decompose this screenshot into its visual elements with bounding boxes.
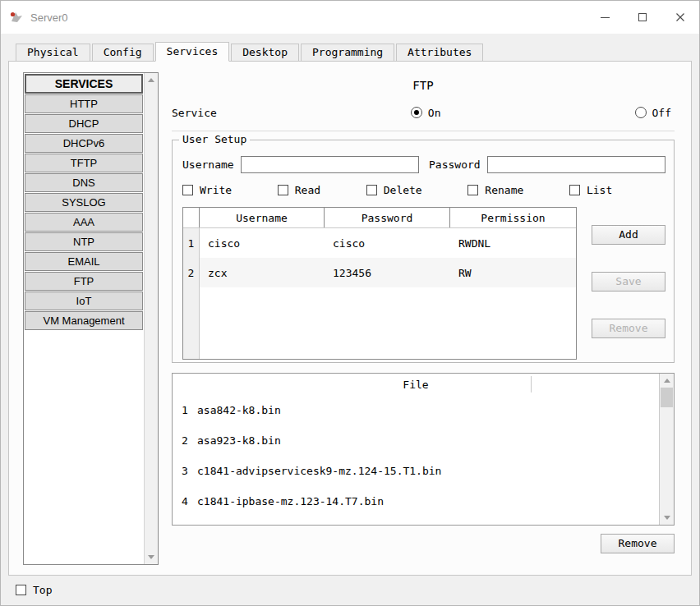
credentials-row: Username Password xyxy=(182,155,665,173)
sidebar-item-email[interactable]: EMAIL xyxy=(25,252,143,271)
top-checkbox[interactable] xyxy=(16,585,26,595)
username-input[interactable] xyxy=(241,156,419,173)
cell-password: 123456 xyxy=(325,258,450,287)
cell-password: cisco xyxy=(325,228,450,258)
username-column-header: Username xyxy=(200,208,325,227)
service-on-option[interactable]: On xyxy=(411,107,441,119)
rename-checkbox[interactable] xyxy=(467,185,478,195)
service-label: Service xyxy=(172,107,217,119)
sidebar-item-ntp[interactable]: NTP xyxy=(25,232,143,251)
username-label: Username xyxy=(182,158,234,171)
header-divider xyxy=(531,376,532,393)
perm-write[interactable]: Write xyxy=(182,184,232,196)
file-table-row[interactable]: 3 c1841-advipservicesk9-mz.124-15.T1.bin xyxy=(173,456,659,486)
file-row-number: 2 xyxy=(173,434,197,447)
file-table-scrollbar[interactable] xyxy=(659,374,674,525)
sidebar-item-aaa[interactable]: AAA xyxy=(25,213,143,232)
service-toggle-row: Service On Off xyxy=(172,104,675,121)
perm-rename[interactable]: Rename xyxy=(467,184,523,196)
minimize-button[interactable] xyxy=(586,1,624,34)
file-name: c1841-ipbase-mz.123-14.T7.bin xyxy=(197,495,384,507)
read-label: Read xyxy=(295,184,320,196)
file-table-row[interactable]: 1 asa842-k8.bin xyxy=(173,395,659,425)
list-label: List xyxy=(587,184,612,196)
separator xyxy=(172,131,675,131)
list-checkbox[interactable] xyxy=(569,185,580,195)
sidebar-item-tftp[interactable]: TFTP xyxy=(25,154,143,172)
sidebar-scrollbar[interactable] xyxy=(144,73,158,564)
row-number: 2 xyxy=(183,258,200,287)
scrollbar-thumb[interactable] xyxy=(661,388,673,407)
window-controls xyxy=(586,1,699,34)
user-table: Username Password Permission 1 cisco cis… xyxy=(182,207,577,360)
sidebar-item-syslog[interactable]: SYSLOG xyxy=(25,193,143,212)
service-off-option[interactable]: Off xyxy=(635,107,671,119)
scroll-up-icon[interactable] xyxy=(664,379,670,383)
radio-off-icon[interactable] xyxy=(635,107,647,118)
password-input[interactable] xyxy=(487,156,665,173)
perm-list[interactable]: List xyxy=(569,184,612,196)
file-table-row[interactable]: 2 asa923-k8.bin xyxy=(173,425,659,456)
tab-programming[interactable]: Programming xyxy=(301,44,394,61)
row-number-gutter xyxy=(183,287,200,359)
scroll-down-icon[interactable] xyxy=(664,516,670,520)
sidebar-item-dns[interactable]: DNS xyxy=(25,173,143,192)
sidebar-item-iot[interactable]: IoT xyxy=(25,292,143,310)
file-table-row[interactable]: 4 c1841-ipbase-mz.123-14.T7.bin xyxy=(173,486,659,516)
user-table-row[interactable]: 2 zcx 123456 RW xyxy=(183,258,576,287)
remove-file-button[interactable]: Remove xyxy=(601,534,675,553)
add-button[interactable]: Add xyxy=(592,225,665,245)
title-bar: Server0 xyxy=(1,1,699,34)
sidebar-item-vm-management[interactable]: VM Management xyxy=(25,311,143,330)
scroll-up-icon[interactable] xyxy=(148,78,154,82)
row-number-header xyxy=(183,208,200,227)
file-row-number: 4 xyxy=(173,495,197,507)
permission-column-header: Permission xyxy=(450,208,576,227)
save-button[interactable]: Save xyxy=(592,272,665,292)
permissions-row: Write Read Delete Rename List xyxy=(182,184,612,196)
cell-permission: RW xyxy=(450,258,576,287)
maximize-icon xyxy=(638,13,647,21)
file-name: asa923-k8.bin xyxy=(197,434,281,447)
ftp-config-area: FTP Service On Off User Setup Username P… xyxy=(172,62,675,575)
user-table-row[interactable]: 1 cisco cisco RWDNL xyxy=(183,228,576,258)
remove-user-button[interactable]: Remove xyxy=(592,319,665,338)
minimize-icon xyxy=(601,17,610,18)
tab-config[interactable]: Config xyxy=(92,44,154,61)
delete-checkbox[interactable] xyxy=(366,185,377,195)
packet-tracer-icon xyxy=(9,11,24,24)
tab-desktop[interactable]: Desktop xyxy=(231,44,299,61)
file-row-number: 1 xyxy=(173,404,197,416)
services-sidebar: SERVICES HTTP DHCP DHCPv6 TFTP DNS SYSLO… xyxy=(23,72,159,565)
top-checkbox-label: Top xyxy=(33,584,52,596)
services-panel: SERVICES HTTP DHCP DHCPv6 TFTP DNS SYSLO… xyxy=(8,61,692,576)
user-setup-legend: User Setup xyxy=(179,133,250,145)
tab-physical[interactable]: Physical xyxy=(16,44,90,61)
file-name: asa842-k8.bin xyxy=(197,404,281,416)
sidebar-item-dhcp[interactable]: DHCP xyxy=(25,114,143,133)
service-off-label: Off xyxy=(652,107,671,119)
perm-delete[interactable]: Delete xyxy=(366,184,422,196)
radio-on-icon[interactable] xyxy=(411,107,422,118)
sidebar-item-dhcpv6[interactable]: DHCPv6 xyxy=(25,134,143,153)
close-button[interactable] xyxy=(661,1,699,34)
services-list-header: SERVICES xyxy=(25,74,143,94)
cell-permission: RWDNL xyxy=(450,228,576,258)
write-checkbox[interactable] xyxy=(182,185,193,195)
cell-username: cisco xyxy=(200,228,325,258)
sidebar-item-http[interactable]: HTTP xyxy=(25,94,143,113)
read-checkbox[interactable] xyxy=(278,185,288,195)
maximize-button[interactable] xyxy=(624,1,661,34)
perm-read[interactable]: Read xyxy=(278,184,320,196)
scroll-down-icon[interactable] xyxy=(148,555,154,559)
sidebar-item-ftp[interactable]: FTP xyxy=(25,272,143,291)
user-table-section: Username Password Permission 1 cisco cis… xyxy=(182,207,665,360)
rename-label: Rename xyxy=(485,184,523,196)
page-title: FTP xyxy=(172,79,675,92)
window-title: Server0 xyxy=(30,11,68,24)
row-number: 1 xyxy=(183,228,200,258)
tab-attributes[interactable]: Attributes xyxy=(396,44,483,61)
tab-services[interactable]: Services xyxy=(155,42,230,62)
file-table-body: 1 asa842-k8.bin 2 asa923-k8.bin 3 c1841-… xyxy=(173,395,659,516)
file-table: File 1 asa842-k8.bin 2 asa923-k8.bin 3 c… xyxy=(172,373,675,526)
